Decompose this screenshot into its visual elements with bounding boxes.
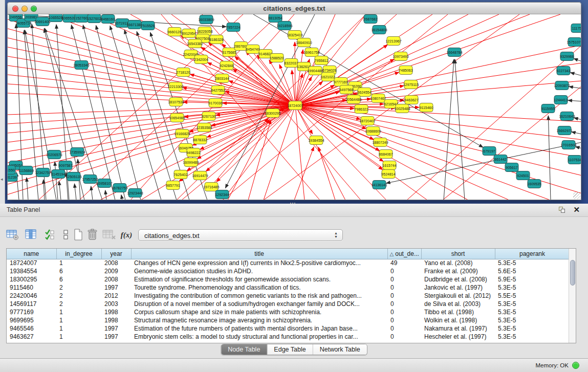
table-cell: Genome-wide association studies in ADHD. — [131, 267, 387, 275]
sort-ascending-icon: △ — [390, 251, 394, 257]
graph-edge — [228, 119, 270, 200]
graph-node-label: 10025488 — [394, 107, 410, 111]
graph-node-label: 10654985 — [169, 116, 185, 120]
graph-node-label: 1244413 — [554, 98, 568, 102]
table-row[interactable]: 1830029562008Estimation of significance … — [7, 275, 570, 283]
network-canvas[interactable]: 1872400796601288912954182260589327508165… — [7, 14, 581, 200]
delete-table-icon[interactable] — [101, 227, 117, 243]
table-cell: 5.5E-5 — [495, 292, 570, 300]
column-header-title[interactable]: title — [131, 249, 387, 259]
table-cell: 0 — [387, 275, 421, 283]
column-header-name[interactable]: name — [7, 249, 56, 259]
graph-node-label: 391550 — [8, 168, 15, 172]
tab-network-table[interactable]: Network Table — [313, 344, 367, 355]
graph-node-label: 19716485 — [203, 185, 219, 189]
graph-node-label: 18325419 — [287, 33, 302, 37]
graph-node-label: 18640910 — [296, 41, 312, 45]
splitter-arrow-icon[interactable]: ◂ — [1, 177, 3, 182]
column-header-out_de[interactable]: △out_de... — [387, 249, 421, 259]
graph-edge — [407, 45, 581, 200]
tab-edge-table[interactable]: Edge Table — [267, 344, 313, 355]
table-panel-title: Table Panel — [7, 206, 40, 213]
graph-node-label: 1527602 — [87, 17, 101, 20]
table-cell: 2012 — [101, 292, 131, 300]
graph-edge — [570, 73, 581, 76]
table-row[interactable]: 977716911998Corpus callosum shape and si… — [7, 308, 570, 316]
table-cell: 1997 — [101, 283, 131, 292]
table-mode-icon[interactable] — [5, 227, 20, 243]
graph-edge — [548, 116, 551, 200]
column-header-year[interactable]: year — [101, 249, 131, 259]
table-cell: 1997 — [101, 324, 131, 333]
table-row[interactable]: 911546021997Tourette syndrome. Phenomeno… — [7, 283, 570, 292]
graph-node-label: 20564486 — [345, 98, 361, 101]
show-columns-icon[interactable] — [24, 227, 39, 243]
table-selector-dropdown[interactable]: citations_edges.txt ▲▼ — [138, 229, 343, 241]
graph-node-label: 3175685 — [222, 51, 236, 54]
graph-node-label: 111751 — [572, 27, 581, 30]
memory-status-icon — [572, 362, 579, 369]
graph-node-label: 8912954 — [182, 32, 195, 35]
table-panel-header: Table Panel ✕ — [0, 204, 588, 217]
column-header-short[interactable]: short — [421, 249, 495, 259]
graph-node-label: 12505135 — [66, 175, 81, 179]
graph-node-label: 9857791 — [166, 184, 180, 187]
table-cell: de Silva et al. (2003) — [421, 300, 495, 308]
network-desktop: citations_edges.txt 18724007966012889129… — [0, 0, 588, 204]
table-cell: 0 — [387, 300, 421, 308]
table-cell: 0 — [387, 267, 421, 275]
graph-node-label: 18226058 — [197, 30, 212, 33]
table-row[interactable]: 1456911722003Disruption of a novel membe… — [7, 300, 570, 308]
graph-edge — [121, 195, 122, 200]
graph-node-label: 8684067 — [379, 152, 393, 156]
graph-edge — [75, 184, 76, 200]
window-titlebar[interactable]: citations_edges.txt — [7, 2, 581, 14]
table-cell: Changes of HCN gene expression and I(f) … — [131, 259, 387, 267]
graph-edge — [568, 100, 581, 101]
table-row[interactable]: 969969511998Structural magnetic resonanc… — [7, 316, 570, 324]
delete-column-icon[interactable] — [85, 227, 100, 243]
table-cell: 2 — [56, 292, 101, 300]
graph-node-label: 16154808 — [371, 28, 387, 32]
table-cell: Nakamura et al. (1997) — [421, 324, 495, 333]
graph-node-label: 249556 — [10, 15, 21, 19]
column-header-pagerank[interactable]: pagerank — [495, 249, 570, 259]
table-row[interactable]: 1872400712008Changes of HCN gene express… — [7, 259, 570, 267]
column-header-in_degree[interactable]: in_degree — [56, 249, 101, 259]
table-cell: 5.3E-5 — [495, 316, 570, 324]
table-cell: 49 — [387, 259, 421, 267]
graph-node-label: 18724007 — [287, 104, 303, 107]
table-cell: Investigating the contribution of common… — [131, 292, 387, 300]
table-row[interactable]: 946362711997Embryonic stem cells: a mode… — [7, 333, 570, 341]
table-row[interactable]: 2242004622012Investigating the contribut… — [7, 292, 570, 300]
table-scrollbar-thumb[interactable] — [570, 260, 575, 286]
graph-node-label: 12213300 — [167, 85, 183, 89]
window-resize-grip[interactable] — [573, 192, 580, 199]
table-cell: 18300295 — [7, 275, 56, 283]
close-panel-icon[interactable]: ✕ — [573, 205, 580, 214]
table-cell: 14569117 — [7, 300, 56, 308]
function-builder-icon[interactable]: f(x) — [119, 227, 134, 243]
window-title: citations_edges.txt — [8, 5, 581, 12]
table-cell: 5.3E-5 — [495, 259, 570, 267]
select-all-icon[interactable] — [43, 227, 58, 243]
memory-status-label: Memory: OK — [535, 362, 569, 368]
graph-node-label: 15751074 — [567, 40, 581, 44]
graph-node-label: 17359924 — [69, 150, 85, 154]
graph-node-label: 9329966 — [560, 55, 574, 58]
citation-graph: 1872400796601288912954182260589327508165… — [8, 14, 581, 200]
table-scrollbar[interactable] — [569, 249, 576, 343]
new-column-icon[interactable] — [71, 227, 86, 243]
float-panel-icon[interactable] — [559, 207, 565, 213]
graph-node-label: 9170036 — [208, 101, 222, 105]
network-view-window: citations_edges.txt 18724007966012889129… — [7, 2, 581, 200]
graph-node-label: 152760 — [75, 16, 87, 20]
graph-edge — [295, 45, 581, 105]
table-row[interactable]: 946554611997Estimation of the future num… — [7, 324, 570, 333]
table-cell: 1998 — [101, 308, 131, 316]
graph-node-label: 1588520 — [270, 56, 284, 60]
graph-edge — [295, 105, 581, 140]
table-row[interactable]: 1938455462009Genome-wide association stu… — [7, 267, 570, 275]
graph-node-label: 8454749 — [246, 48, 259, 51]
tab-node-table[interactable]: Node Table — [221, 344, 267, 355]
